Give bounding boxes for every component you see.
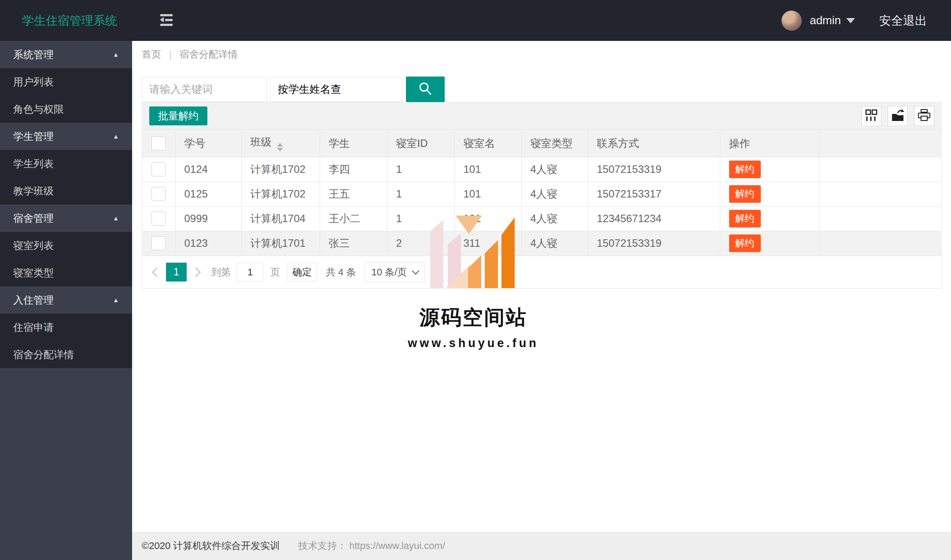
sidebar-item-label: 教学班级 [13, 184, 54, 198]
prev-page-button[interactable] [149, 269, 164, 276]
table-card: 批量解约 [142, 102, 942, 289]
action-cell: 解约 [720, 182, 819, 206]
select-all-checkbox[interactable] [151, 136, 166, 150]
cell-room-id: 1 [387, 182, 454, 206]
terminate-button[interactable]: 解约 [729, 210, 761, 227]
table-row: 0124计算机1702李四11014人寝15072153319解约 [142, 157, 941, 182]
row-checkbox[interactable] [151, 187, 166, 201]
cell-class: 计算机1704 [241, 206, 320, 231]
page-size-value: 10 条/页 [371, 266, 407, 279]
sidebar-item-label: 学生管理 [13, 130, 54, 143]
pagination: 1 到第 页 确定 共 4 条 10 条/页 [142, 256, 942, 289]
table-row: 0999计算机1704王小二11014人寝12345671234解约 [142, 206, 941, 231]
column-header-checkbox[interactable] [142, 130, 175, 157]
cell-room-id: 1 [387, 157, 454, 182]
column-label: 寝室名 [464, 137, 495, 149]
breadcrumb-home[interactable]: 首页 [142, 48, 161, 61]
terminate-button[interactable]: 解约 [729, 234, 761, 252]
search-bar [142, 77, 445, 102]
export-button[interactable] [888, 106, 908, 126]
sidebar-item-roles-permissions[interactable]: 角色与权限 [0, 95, 132, 123]
keyword-input[interactable] [142, 77, 267, 102]
row-checkbox[interactable] [151, 236, 166, 250]
cell-class: 计算机1702 [241, 182, 320, 206]
cell-room-name: 101 [454, 157, 521, 182]
shrink-menu-icon [158, 13, 174, 28]
cell-room-name: 311 [454, 231, 521, 256]
checkbox-cell [142, 206, 175, 231]
footer-support-link[interactable]: https://www.layui.com/ [349, 540, 445, 552]
columns-filter-button[interactable] [861, 106, 881, 126]
cell-contact: 15072153319 [588, 157, 720, 182]
data-table: 学号班级学生寝室ID寝室名寝室类型联系方式操作 0124计算机1702李四110… [142, 129, 942, 256]
username[interactable]: admin [810, 14, 841, 27]
topbar: 学生住宿管理系统 admin 安全退出 [0, 0, 951, 41]
cell-room-name: 101 [454, 182, 521, 206]
sidebar-item-student-list[interactable]: 学生列表 [0, 150, 132, 177]
sidebar-item-dorm-allocation-details[interactable]: 宿舍分配详情 [0, 341, 132, 368]
current-page[interactable]: 1 [166, 263, 187, 282]
breadcrumb-separator: | [169, 49, 172, 60]
batch-terminate-button[interactable]: 批量解约 [149, 106, 207, 125]
chevron-right-icon [191, 267, 201, 277]
cell-room-type: 4人寝 [521, 206, 588, 231]
breadcrumb-current: 宿舍分配详情 [180, 48, 238, 61]
column-header-student-id: 学号 [175, 130, 241, 157]
chevron-up-icon: ▲ [113, 51, 119, 58]
filler-cell [819, 206, 941, 231]
column-label: 学号 [184, 137, 206, 149]
page-size-select[interactable]: 10 条/页 [365, 262, 425, 282]
sidebar-item-label: 住宿申请 [13, 321, 54, 334]
filler-cell [819, 231, 941, 256]
main-content: 首页 | 宿舍分配详情 批量解约 [132, 41, 951, 560]
sidebar-section-checkin[interactable]: 入住管理▲ [0, 286, 132, 314]
column-header-room-id: 寝室ID [387, 130, 454, 157]
footer: ©2020 计算机软件综合开发实训 技术支持： https://www.layu… [132, 532, 951, 560]
cell-room-type: 4人寝 [521, 157, 588, 182]
table-header-row: 学号班级学生寝室ID寝室名寝室类型联系方式操作 [142, 130, 941, 157]
row-checkbox[interactable] [151, 212, 166, 226]
sidebar-item-teaching-classes[interactable]: 教学班级 [0, 177, 132, 205]
filler-cell [819, 157, 941, 182]
cell-room-name: 101 [454, 206, 521, 231]
collapse-sidebar-button[interactable] [158, 13, 174, 28]
cell-student: 张三 [320, 231, 387, 256]
sidebar-item-room-types[interactable]: 寝室类型 [0, 259, 132, 286]
checkbox-cell [142, 157, 175, 182]
column-label: 寝室ID [396, 137, 428, 149]
column-label: 学生 [329, 137, 350, 149]
logout-button[interactable]: 安全退出 [879, 13, 927, 29]
next-page-button[interactable] [188, 269, 203, 276]
cell-student: 王五 [320, 182, 387, 206]
column-label: 操作 [729, 137, 750, 149]
terminate-button[interactable]: 解约 [729, 161, 761, 178]
sidebar-item-room-list[interactable]: 寝室列表 [0, 232, 132, 259]
terminate-button[interactable]: 解约 [729, 185, 761, 203]
sidebar-item-label: 系统管理 [13, 48, 54, 62]
page-number-input[interactable] [237, 263, 263, 282]
column-header-action: 操作 [720, 130, 819, 157]
row-checkbox[interactable] [151, 162, 166, 176]
search-button[interactable] [406, 77, 445, 102]
sidebar-section-students[interactable]: 学生管理▲ [0, 123, 132, 150]
toolbar-icons [861, 106, 934, 126]
chevron-down-icon[interactable] [846, 18, 855, 23]
avatar[interactable] [781, 11, 802, 31]
page-unit-label: 页 [270, 266, 280, 279]
student-name-input[interactable] [270, 77, 402, 102]
checkbox-cell [142, 182, 175, 206]
goto-label: 到第 [211, 266, 231, 279]
sort-icon[interactable] [277, 143, 283, 151]
sidebar-item-accommodation-application[interactable]: 住宿申请 [0, 314, 132, 341]
cell-room-id: 1 [387, 206, 454, 231]
sidebar-section-dormitory[interactable]: 宿舍管理▲ [0, 205, 132, 232]
app-title: 学生住宿管理系统 [0, 13, 132, 29]
sidebar-section-system[interactable]: 系统管理▲ [0, 41, 132, 68]
confirm-page-button[interactable]: 确定 [287, 263, 317, 282]
sidebar-item-user-list[interactable]: 用户列表 [0, 68, 132, 95]
cell-room-type: 4人寝 [521, 182, 588, 206]
cell-student-id: 0999 [175, 206, 241, 231]
search-icon [418, 81, 433, 98]
print-button[interactable] [914, 106, 934, 126]
total-count: 共 4 条 [326, 266, 356, 279]
